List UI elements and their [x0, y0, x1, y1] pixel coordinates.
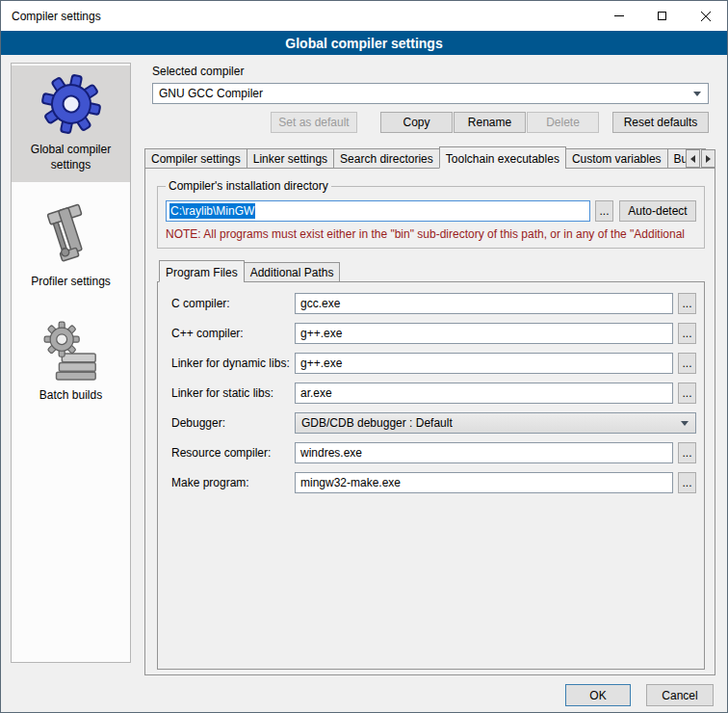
settings-category-list: Global compiler settings Profiler settin…	[11, 63, 131, 663]
selected-compiler-value: GNU GCC Compiler	[159, 87, 263, 100]
installation-directory-input[interactable]: C:\raylib\MinGW	[166, 200, 590, 222]
minimize-icon	[614, 15, 624, 16]
chevron-down-icon	[693, 92, 701, 96]
sidebar-item-profiler-settings[interactable]: Profiler settings	[12, 196, 130, 300]
field-row-c-compiler: C compiler: gcc.exe ...	[171, 293, 696, 314]
window-title: Compiler settings	[1, 10, 101, 23]
sidebar-item-label: Batch builds	[39, 388, 102, 404]
cpp-compiler-value: g++.exe	[300, 327, 342, 340]
debugger-value: GDB/CDB debugger : Default	[301, 416, 453, 430]
selected-compiler-select[interactable]: GNU GCC Compiler	[152, 83, 709, 104]
copy-button[interactable]: Copy	[380, 112, 453, 133]
field-row-dynamic-linker: Linker for dynamic libs: g++.exe ...	[171, 353, 696, 374]
maximize-button[interactable]	[640, 1, 684, 31]
compiler-actions: Set as default Copy Rename Delete Reset …	[271, 112, 719, 133]
static-linker-browse-button[interactable]: ...	[678, 383, 696, 404]
field-label: Make program:	[171, 476, 295, 489]
maximize-icon	[658, 12, 666, 20]
field-label: C compiler:	[171, 297, 295, 310]
set-as-default-button[interactable]: Set as default	[271, 112, 357, 133]
tab-linker-settings[interactable]: Linker settings	[247, 148, 334, 169]
cancel-button[interactable]: Cancel	[646, 684, 714, 706]
field-row-resource-compiler: Resource compiler: windres.exe ...	[171, 442, 696, 463]
installation-directory-browse-button[interactable]: ...	[595, 200, 613, 222]
c-compiler-input[interactable]: gcc.exe	[295, 293, 673, 314]
chevron-down-icon	[681, 421, 689, 426]
ok-button[interactable]: OK	[565, 684, 631, 706]
selected-compiler-label: Selected compiler	[152, 65, 719, 78]
rename-button[interactable]: Rename	[454, 112, 526, 133]
profiler-icon	[43, 203, 99, 267]
resource-compiler-input[interactable]: windres.exe	[295, 442, 673, 463]
tab-toolchain-executables[interactable]: Toolchain executables	[439, 146, 566, 169]
reset-defaults-button[interactable]: Reset defaults	[612, 112, 709, 133]
compiler-settings-window: Compiler settings Global compiler settin…	[0, 0, 728, 713]
field-label: Resource compiler:	[171, 446, 295, 460]
sidebar-item-label: Global compiler settings	[14, 143, 127, 172]
cpp-compiler-browse-button[interactable]: ...	[678, 323, 696, 344]
field-label: C++ compiler:	[171, 327, 295, 340]
close-button[interactable]	[684, 1, 727, 31]
field-row-static-linker: Linker for static libs: ar.exe ...	[171, 383, 696, 404]
settings-tabstrip: Compiler settings Linker settings Search…	[144, 146, 719, 169]
toolchain-executables-pane: Compiler's installation directory C:\ray…	[144, 168, 715, 675]
dialog-header: Global compiler settings	[1, 31, 727, 55]
sidebar-item-global-compiler-settings[interactable]: Global compiler settings	[12, 66, 130, 182]
arrow-left-icon	[690, 155, 695, 163]
tab-scroll-right-button[interactable]	[701, 149, 715, 168]
tab-scroll-buttons	[685, 149, 715, 168]
dialog-header-title: Global compiler settings	[285, 36, 442, 51]
static-linker-input[interactable]: ar.exe	[295, 383, 673, 404]
main-panel: Selected compiler GNU GCC Compiler Set a…	[141, 55, 719, 675]
window-controls	[597, 1, 727, 31]
tab-scroll-left-button[interactable]	[686, 149, 700, 168]
bin-subdirectory-note: NOTE: All programs must exist either in …	[166, 227, 696, 241]
tab-additional-paths[interactable]: Additional Paths	[244, 262, 341, 282]
c-compiler-value: gcc.exe	[300, 297, 340, 310]
make-program-input[interactable]: mingw32-make.exe	[295, 472, 673, 493]
resource-compiler-value: windres.exe	[300, 446, 362, 460]
tab-program-files[interactable]: Program Files	[159, 260, 245, 282]
installation-directory-group: Compiler's installation directory C:\ray…	[157, 186, 705, 249]
blue-gear-icon	[40, 73, 102, 135]
dynamic-linker-value: g++.exe	[300, 356, 342, 370]
installation-directory-row: C:\raylib\MinGW ... Auto-detect	[166, 200, 696, 222]
titlebar: Compiler settings	[1, 1, 727, 31]
program-files-tabstrip: Program Files Additional Paths	[159, 260, 705, 282]
sidebar-item-batch-builds[interactable]: Batch builds	[12, 313, 130, 413]
debugger-select[interactable]: GDB/CDB debugger : Default	[295, 412, 696, 434]
resource-compiler-browse-button[interactable]: ...	[678, 442, 696, 463]
field-label: Debugger:	[171, 416, 295, 430]
autodetect-button[interactable]: Auto-detect	[619, 200, 696, 222]
field-row-cpp-compiler: C++ compiler: g++.exe ...	[171, 323, 696, 344]
arrow-right-icon	[706, 155, 711, 163]
dialog-content: Global compiler settings Profiler settin…	[1, 55, 727, 712]
field-row-debugger: Debugger: GDB/CDB debugger : Default	[171, 412, 696, 434]
installation-directory-group-title: Compiler's installation directory	[166, 179, 331, 193]
field-row-make-program: Make program: mingw32-make.exe ...	[171, 472, 696, 493]
make-program-browse-button[interactable]: ...	[678, 472, 696, 493]
program-files-pane: C compiler: gcc.exe ... C++ compiler: g+…	[157, 281, 705, 670]
static-linker-value: ar.exe	[300, 386, 332, 400]
minimize-button[interactable]	[597, 1, 640, 31]
installation-directory-value: C:\raylib\MinGW	[169, 203, 255, 219]
delete-button[interactable]: Delete	[527, 112, 599, 133]
tab-custom-variables[interactable]: Custom variables	[565, 148, 668, 169]
cpp-compiler-input[interactable]: g++.exe	[295, 323, 673, 344]
sidebar-item-label: Profiler settings	[31, 275, 111, 290]
field-label: Linker for static libs:	[171, 386, 295, 400]
batch-builds-icon	[41, 321, 101, 381]
tab-compiler-settings[interactable]: Compiler settings	[144, 148, 247, 169]
field-label: Linker for dynamic libs:	[171, 356, 295, 370]
c-compiler-browse-button[interactable]: ...	[678, 293, 696, 314]
make-program-value: mingw32-make.exe	[300, 476, 401, 489]
close-icon	[701, 12, 711, 21]
tab-search-directories[interactable]: Search directories	[333, 148, 440, 169]
dynamic-linker-input[interactable]: g++.exe	[295, 353, 673, 374]
dynamic-linker-browse-button[interactable]: ...	[678, 353, 696, 374]
